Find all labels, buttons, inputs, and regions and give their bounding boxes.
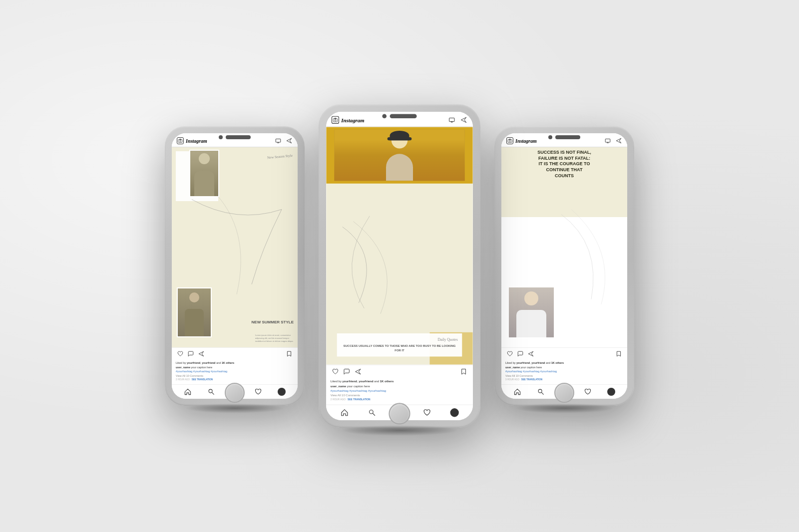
- heart-nav-2[interactable]: [423, 408, 431, 417]
- svg-line-18: [373, 413, 375, 416]
- svg-rect-25: [605, 139, 610, 142]
- ig-actions-1: [172, 347, 298, 359]
- liked-by-2: Liked by yourfriend, yourfriend and 1K o…: [331, 379, 468, 384]
- tv-icon-2[interactable]: [448, 116, 455, 124]
- post2-quote-text: SUCCESS USUALLY COMES TO THOSE WHO ARE T…: [341, 343, 457, 352]
- svg-line-29: [541, 392, 543, 394]
- svg-point-1: [180, 140, 181, 142]
- ig-wordmark-1: Instagram: [186, 138, 207, 144]
- front-camera-1: [219, 135, 223, 139]
- post1-description: Lorem ipsum dolor sit amet, consectetur …: [255, 334, 295, 342]
- camera-icon-3: [506, 137, 513, 144]
- hashtags-3: #yourhashtag #yourhashtag #yourhashtag: [505, 369, 623, 373]
- person-image-1b: [178, 288, 211, 336]
- post2-person: [334, 130, 464, 181]
- ig-header-icons-2: [448, 116, 467, 124]
- post-image-1: New Season Style NEW SUMMER STYLE Lorem …: [172, 147, 298, 347]
- view-comments-3[interactable]: View All 10 Comments: [505, 374, 623, 378]
- like-button-1[interactable]: [177, 350, 184, 357]
- post2-hat-brim: [388, 137, 412, 140]
- liked-by-3: Liked by yourfriend, yourfriend and 1K o…: [505, 361, 623, 365]
- profile-nav-2[interactable]: [450, 408, 459, 417]
- search-nav-1[interactable]: [207, 388, 215, 396]
- home-nav-1[interactable]: [184, 388, 192, 396]
- quote-line5-counts: COUNTS: [504, 173, 625, 179]
- send-icon-2[interactable]: [460, 116, 467, 124]
- tv-icon-3[interactable]: [604, 137, 611, 144]
- instagram-screen-2: Instagram: [326, 112, 473, 420]
- user-caption-1: user_name your caption here: [176, 365, 294, 369]
- ig-wordmark-3: Instagram: [515, 138, 537, 144]
- home-nav-3[interactable]: [513, 388, 521, 396]
- send-icon-1[interactable]: [286, 137, 293, 144]
- liked-by-1: Liked by yourfriend, yourfriend and 1K o…: [176, 361, 294, 365]
- share-button-2[interactable]: [354, 368, 362, 375]
- phone-top-elements-1: [219, 135, 251, 139]
- bookmark-button-2[interactable]: [460, 368, 467, 375]
- username-2: user_name: [331, 384, 346, 387]
- comment-button-3[interactable]: [517, 350, 524, 357]
- ig-logo-3: Instagram: [506, 137, 537, 144]
- home-button-1[interactable]: [225, 383, 245, 403]
- post3-background: SUCCESS IS NOT FINAL, FAILURE IS NOT FAT…: [501, 147, 627, 347]
- phone-body-3: Instagram: [494, 126, 634, 406]
- front-camera-2: [382, 114, 387, 118]
- phone-shadow-3: [514, 403, 614, 413]
- post-image-2: Daily Quotes SUCCESS USUALLY COMES TO TH…: [326, 127, 473, 365]
- profile-nav-1[interactable]: [278, 388, 286, 396]
- caption-text-3: your caption here: [521, 366, 542, 369]
- heart-nav-3[interactable]: [584, 388, 592, 396]
- home-button-2[interactable]: [389, 403, 410, 424]
- search-nav-2[interactable]: [368, 408, 376, 417]
- svg-rect-0: [178, 140, 182, 143]
- svg-rect-11: [333, 119, 338, 122]
- ig-header-icons-3: [604, 137, 622, 144]
- phone-mockup-2: Instagram: [319, 104, 480, 428]
- caption-text-2: your caption here: [347, 384, 370, 387]
- person-image-1a: [190, 151, 218, 196]
- view-comments-2[interactable]: View All 10 Comments: [331, 393, 468, 398]
- comment-button-2[interactable]: [343, 368, 351, 375]
- share-button-3[interactable]: [527, 350, 534, 357]
- svg-line-7: [212, 392, 214, 394]
- ig-logo-1: Instagram: [177, 137, 207, 144]
- post2-daily-label: Daily Quotes: [341, 337, 457, 342]
- like-button-3[interactable]: [506, 350, 513, 357]
- share-button-1[interactable]: [198, 350, 205, 357]
- svg-rect-14: [449, 118, 454, 121]
- bookmark-button-1[interactable]: [286, 350, 293, 357]
- ig-caption-3: Liked by yourfriend, yourfriend and 1K o…: [501, 359, 627, 384]
- like-button-2[interactable]: [332, 368, 339, 375]
- hashtags-2: #yourhashtag #yourhashtag #yourhashtag: [331, 388, 468, 393]
- ig-actions-left-3: [506, 350, 534, 357]
- ig-logo-2: Instagram: [332, 116, 365, 124]
- view-comments-1[interactable]: View All 10 Comments: [176, 374, 294, 378]
- tv-icon-1[interactable]: [275, 137, 282, 144]
- ig-header-icons-1: [275, 137, 293, 144]
- phone-shadow-2: [340, 425, 459, 436]
- ig-wordmark-2: Instagram: [341, 117, 364, 123]
- ig-caption-2: Liked by yourfriend, yourfriend and 1K o…: [326, 378, 473, 405]
- phone-screen-3: Instagram: [501, 133, 627, 399]
- svg-point-23: [509, 140, 511, 142]
- caption-text-1: your caption here: [191, 366, 213, 369]
- post-time-3: 3 HOUR AGO · SEE TRANSLATION: [505, 378, 623, 382]
- instagram-screen-3: Instagram: [501, 133, 627, 399]
- phone-shadow-1: [185, 403, 285, 413]
- comment-button-1[interactable]: [187, 350, 194, 357]
- camera-icon-2: [332, 116, 339, 124]
- heart-nav-1[interactable]: [254, 388, 262, 396]
- phone-top-elements-2: [382, 114, 416, 118]
- send-icon-3[interactable]: [615, 137, 622, 144]
- bookmark-button-3[interactable]: [615, 350, 622, 357]
- search-nav-3[interactable]: [537, 388, 545, 396]
- ig-actions-left-2: [332, 368, 362, 375]
- svg-point-12: [335, 119, 336, 121]
- home-button-3[interactable]: [554, 383, 574, 403]
- phone-screen-1: Instagram: [172, 133, 298, 399]
- profile-nav-3[interactable]: [607, 388, 615, 396]
- svg-rect-3: [276, 139, 281, 142]
- post2-photo: [334, 130, 464, 181]
- home-nav-2[interactable]: [340, 408, 349, 417]
- post2-quote-box: Daily Quotes SUCCESS USUALLY COMES TO TH…: [337, 333, 462, 357]
